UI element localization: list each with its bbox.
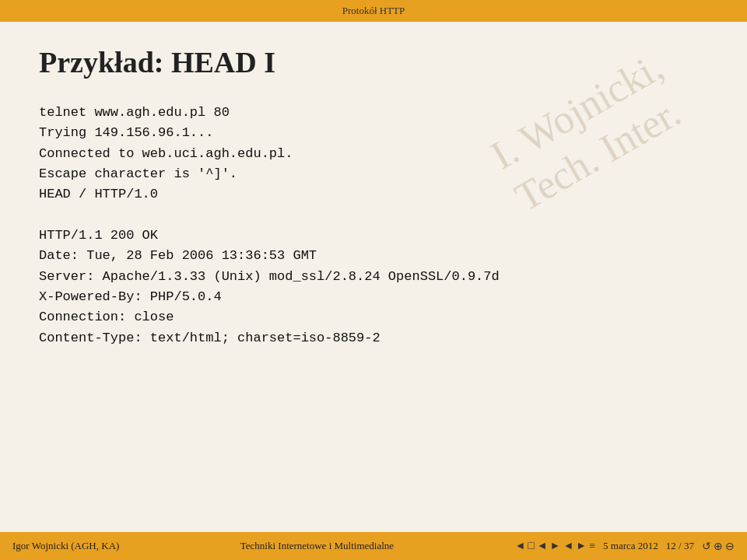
bottom-bar: Igor Wojnicki (AGH, KA) Techniki Interne…: [0, 532, 747, 560]
nav-icon-3[interactable]: ◄: [537, 540, 548, 552]
nav-icons[interactable]: ◄ □ ◄ ► ◄ ► ≡: [514, 540, 595, 552]
main-content: Przykład: HEAD I telnet www.agh.edu.pl 8…: [0, 22, 747, 364]
footer-right: ◄ □ ◄ ► ◄ ► ≡ 5 marca 2012 12 / 37 ↺ ⊕ ⊖: [514, 540, 735, 553]
top-bar-title: Protokół HTTP: [342, 5, 405, 17]
nav-prev-icon[interactable]: ◄: [514, 540, 525, 552]
footer-center: Techniki Internetowe i Multimedialne: [240, 540, 394, 552]
nav-icons-right[interactable]: ↺ ⊕ ⊖: [702, 540, 735, 553]
footer-date: 5 marca 2012: [603, 540, 658, 552]
top-bar: Protokół HTTP: [0, 0, 747, 22]
code-block: telnet www.agh.edu.pl 80 Trying 149.156.…: [39, 103, 708, 348]
nav-refresh-icon[interactable]: ↺: [702, 540, 711, 553]
nav-zoom-out-icon[interactable]: ⊖: [725, 540, 735, 553]
nav-zoom-in-icon[interactable]: ⊕: [714, 540, 723, 553]
footer-page: 12 / 37: [666, 540, 694, 552]
nav-icon-5[interactable]: ◄: [563, 540, 573, 552]
nav-icon-4[interactable]: ►: [550, 540, 561, 552]
page-title: Przykład: HEAD I: [39, 45, 708, 79]
nav-icon-6[interactable]: ►: [576, 540, 587, 552]
nav-icon-2[interactable]: □: [528, 540, 534, 552]
nav-icon-menu[interactable]: ≡: [589, 540, 595, 552]
footer-left: Igor Wojnicki (AGH, KA): [12, 540, 119, 552]
